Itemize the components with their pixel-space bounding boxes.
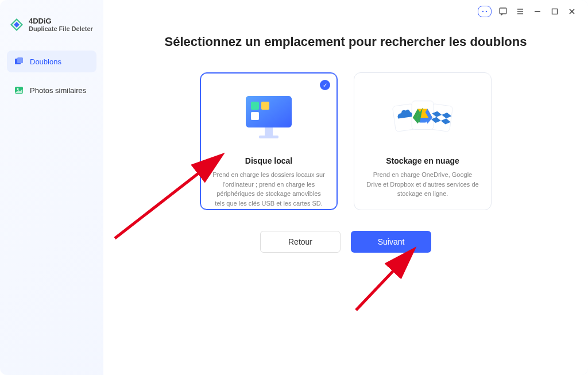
cloud-storage-illustration: [388, 90, 457, 145]
chat-icon[interactable]: [478, 6, 492, 17]
svg-rect-22: [251, 112, 259, 120]
app-subtitle: Duplicate File Deleter: [29, 25, 93, 32]
svg-rect-15: [17, 57, 23, 63]
svg-rect-8: [552, 9, 558, 14]
svg-rect-23: [265, 127, 273, 136]
next-button[interactable]: Suivant: [351, 231, 431, 253]
card-description: Prend en charge OneDrive, Google Drive e…: [365, 170, 481, 199]
card-local-disk[interactable]: ✓ Disque local Prend en charge les dossi: [200, 72, 338, 210]
page-title: Sélectionnez un emplacement pour recherc…: [165, 34, 527, 49]
titlebar: [467, 0, 588, 23]
menu-icon[interactable]: [514, 6, 526, 17]
card-title: Disque local: [245, 156, 292, 165]
maximize-icon[interactable]: [549, 6, 560, 17]
svg-point-2: [486, 11, 487, 12]
button-row: Retour Suivant: [260, 231, 431, 253]
photos-icon: [14, 85, 24, 95]
main-content: Sélectionnez un emplacement pour recherc…: [103, 0, 588, 375]
svg-point-17: [17, 88, 19, 90]
check-icon: ✓: [320, 80, 330, 90]
sidebar-item-label: Doublons: [30, 57, 61, 66]
svg-rect-24: [259, 136, 278, 138]
local-disk-illustration: [234, 90, 303, 145]
svg-rect-21: [261, 102, 269, 110]
card-title: Stockage en nuage: [386, 156, 459, 165]
svg-rect-0: [481, 9, 489, 14]
location-cards: ✓ Disque local Prend en charge les dossi: [200, 72, 492, 210]
svg-rect-19: [246, 96, 292, 127]
sidebar-item-label: Photos similaires: [30, 86, 86, 95]
back-button[interactable]: Retour: [260, 231, 341, 253]
card-cloud-storage[interactable]: Stockage en nuage Prend en charge OneDri…: [354, 72, 492, 210]
duplicates-icon: [14, 56, 24, 67]
svg-point-1: [482, 11, 483, 12]
minimize-icon[interactable]: [532, 6, 543, 17]
app-name: 4DDiG: [29, 17, 93, 25]
card-description: Prend en charge les dossiers locaux sur …: [211, 170, 327, 208]
svg-rect-20: [251, 102, 259, 110]
svg-rect-3: [500, 8, 506, 14]
sidebar: 4DDiG Duplicate File Deleter Doublons Ph…: [0, 0, 103, 375]
app-logo: 4DDiG Duplicate File Deleter: [7, 17, 96, 32]
logo-icon: [9, 17, 24, 32]
close-icon[interactable]: [566, 6, 578, 17]
sidebar-item-doublons[interactable]: Doublons: [7, 51, 96, 72]
app-window: 4DDiG Duplicate File Deleter Doublons Ph…: [0, 0, 588, 375]
sidebar-item-photos-similaires[interactable]: Photos similaires: [7, 79, 96, 101]
feedback-icon[interactable]: [497, 6, 509, 17]
